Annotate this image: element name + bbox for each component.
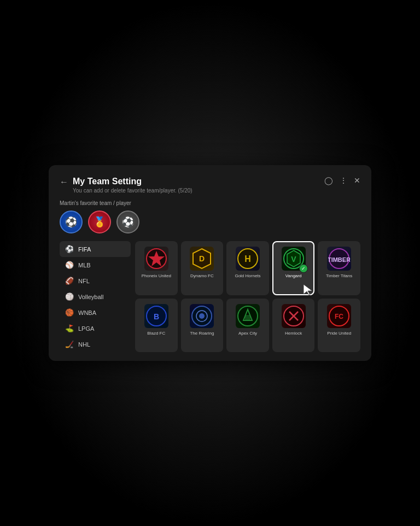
avatar-icon-1: ⚽ xyxy=(65,216,77,228)
sidebar-label-mlb: MLB xyxy=(78,262,91,268)
sidebar-label-nfl: NFL xyxy=(78,278,90,284)
team-name-apexcity: Apex City xyxy=(238,331,257,336)
team-logo-apexcity xyxy=(236,304,260,328)
team-logo-dynamo: D xyxy=(190,247,214,271)
header-right: ◯ ⋮ ✕ xyxy=(324,176,360,185)
team-card-dynamo-fc[interactable]: D Dynamo FC xyxy=(181,241,224,295)
team-name-dynamo: Dynamo FC xyxy=(190,273,214,279)
sidebar-item-nfl[interactable]: 🏈 NFL xyxy=(60,273,131,289)
title-block: My Team Setting You can add or delete fa… xyxy=(73,176,192,194)
sidebar-item-mlb[interactable]: ⚾ MLB xyxy=(60,257,131,273)
fifa-icon: ⚽ xyxy=(65,245,74,253)
modal-header: ← My Team Setting You can add or delete … xyxy=(60,176,360,194)
mlb-icon: ⚾ xyxy=(65,261,74,269)
sidebar-item-lpga[interactable]: ⛳ LPGA xyxy=(60,320,131,336)
team-name-phoneix: Phoneix United xyxy=(142,273,171,279)
team-logo-hornets: H xyxy=(236,247,260,271)
team-name-hemlock: Hemlock xyxy=(285,331,302,336)
team-card-the-roaring[interactable]: The Roaring xyxy=(181,299,224,353)
back-button[interactable]: ← xyxy=(60,177,68,187)
svg-marker-7 xyxy=(304,284,312,295)
team-name-timber: Timber Titans xyxy=(326,273,352,279)
team-card-pride-united[interactable]: FC Pride United xyxy=(318,299,360,353)
sidebar-label-nhl: NHL xyxy=(78,341,90,348)
svg-rect-16 xyxy=(245,315,250,320)
sidebar: ⚽ FIFA ⚾ MLB 🏈 NFL 🏐 Volleyball 🏀 WNBA ⛳ xyxy=(60,241,131,352)
team-name-roaring: The Roaring xyxy=(190,331,214,336)
sidebar-item-wnba[interactable]: 🏀 WNBA xyxy=(60,305,131,320)
team-name-hornets: Gold Hornets xyxy=(235,273,260,279)
sidebar-label-volleyball: Volleyball xyxy=(78,294,103,300)
team-card-timber-titans[interactable]: TIMBER Timber Titans xyxy=(318,241,360,295)
favorites-avatars: ⚽ 🏅 ⚽ xyxy=(60,211,360,233)
svg-text:H: H xyxy=(244,254,251,264)
svg-text:D: D xyxy=(199,254,205,263)
more-icon[interactable]: ⋮ xyxy=(340,176,347,185)
avatar-icon-2: 🏅 xyxy=(94,216,106,228)
favorites-label: Martin's favorite team / player xyxy=(60,200,360,206)
team-card-blazd-fc[interactable]: B Blazd FC xyxy=(135,299,178,353)
team-card-vangard[interactable]: V ✓ Vangard xyxy=(272,241,315,295)
team-logo-pride: FC xyxy=(327,304,351,328)
selected-checkmark: ✓ xyxy=(299,264,308,273)
team-logo-hemlock xyxy=(282,304,306,328)
favorite-avatar-1[interactable]: ⚽ xyxy=(60,211,83,233)
header-left: ← My Team Setting You can add or delete … xyxy=(60,176,192,194)
sidebar-item-fifa[interactable]: ⚽ FIFA xyxy=(60,241,131,257)
favorite-avatar-2[interactable]: 🏅 xyxy=(88,211,111,233)
lpga-icon: ⛳ xyxy=(65,324,74,332)
svg-text:TIMBER: TIMBER xyxy=(328,256,350,263)
team-logo-timber: TIMBER xyxy=(327,247,351,271)
svg-text:FC: FC xyxy=(335,313,343,320)
team-card-phoneix-united[interactable]: Phoneix United xyxy=(135,241,178,295)
content-area: ⚽ FIFA ⚾ MLB 🏈 NFL 🏐 Volleyball 🏀 WNBA ⛳ xyxy=(60,241,360,352)
team-name-vangard: Vangard xyxy=(285,273,302,279)
volleyball-icon: 🏐 xyxy=(65,293,74,301)
nfl-icon: 🏈 xyxy=(65,277,74,285)
team-logo-phoneix xyxy=(144,247,168,271)
modal-subtitle: You can add or delete favorite team/play… xyxy=(73,188,192,194)
wnba-icon: 🏀 xyxy=(65,308,74,317)
sidebar-item-volleyball[interactable]: 🏐 Volleyball xyxy=(60,289,131,305)
favorites-section: Martin's favorite team / player ⚽ 🏅 ⚽ xyxy=(60,200,360,233)
team-logo-blazd: B xyxy=(144,304,168,328)
modal-title: My Team Setting xyxy=(73,176,192,186)
modal-container: ← My Team Setting You can add or delete … xyxy=(49,165,371,361)
sidebar-item-nhl[interactable]: 🏒 NHL xyxy=(60,336,131,352)
sidebar-label-wnba: WNBA xyxy=(78,309,96,316)
sidebar-label-lpga: LPGA xyxy=(78,325,94,332)
sidebar-label-fifa: FIFA xyxy=(78,246,91,253)
teams-grid: Phoneix United D Dynamo FC H xyxy=(135,241,360,352)
profile-icon[interactable]: ◯ xyxy=(324,176,333,185)
favorite-avatar-3[interactable]: ⚽ xyxy=(116,211,139,233)
cursor xyxy=(302,283,318,299)
team-card-hemlock[interactable]: Hemlock xyxy=(272,299,315,353)
nhl-icon: 🏒 xyxy=(65,340,74,348)
team-logo-vangard: V ✓ xyxy=(282,247,306,271)
avatar-icon-3: ⚽ xyxy=(122,216,134,228)
team-card-gold-hornets[interactable]: H Gold Hornets xyxy=(226,241,269,295)
team-card-apex-city[interactable]: Apex City xyxy=(226,299,269,353)
svg-text:B: B xyxy=(154,312,159,321)
close-icon[interactable]: ✕ xyxy=(354,176,360,185)
svg-point-14 xyxy=(199,313,205,319)
team-name-pride: Pride United xyxy=(327,331,351,336)
svg-text:V: V xyxy=(291,255,296,264)
team-name-blazd: Blazd FC xyxy=(147,331,165,336)
team-logo-roaring xyxy=(190,304,214,328)
